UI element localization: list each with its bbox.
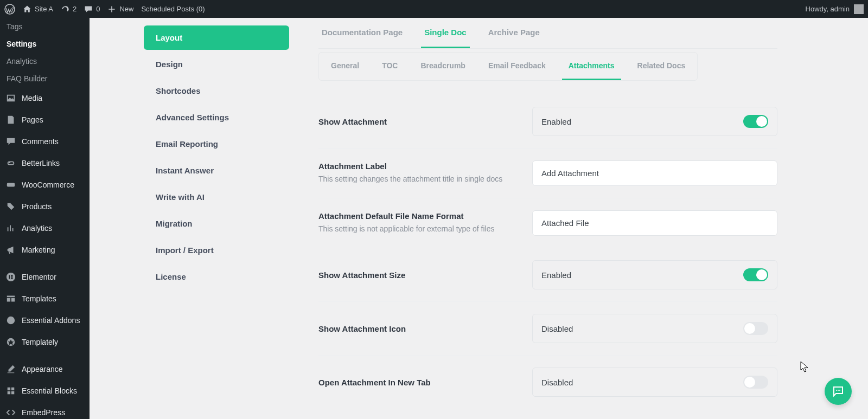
- updates-count: 2: [73, 5, 76, 13]
- wp-menu-item[interactable]: Essential Blocks: [0, 380, 90, 402]
- doc-type-tab[interactable]: Documentation Page: [318, 28, 406, 48]
- single-doc-subtab[interactable]: Email Feedback: [482, 53, 552, 80]
- wp-menu-item[interactable]: Comments: [0, 131, 90, 152]
- menu-icon: [5, 315, 16, 326]
- single-doc-subtab[interactable]: Breadcrumb: [414, 53, 471, 80]
- doc-type-tabs: Documentation PageSingle DocArchive Page: [318, 18, 777, 49]
- setting-label: Open Attachment In New Tab: [318, 378, 519, 387]
- toggle-container: Enabled: [532, 260, 777, 289]
- status-text: Disabled: [541, 324, 573, 333]
- menu-label: Media: [22, 94, 42, 102]
- wp-menu-item[interactable]: BetterLinks: [0, 152, 90, 174]
- show-size-toggle[interactable]: [743, 268, 768, 281]
- panel-nav-item[interactable]: Layout: [144, 25, 289, 50]
- svg-rect-7: [11, 391, 14, 394]
- menu-label: Templately: [22, 338, 58, 346]
- wp-menu-item[interactable]: Templately: [0, 331, 90, 353]
- comment-icon: [84, 5, 93, 14]
- single-doc-subtab[interactable]: TOC: [375, 53, 404, 80]
- new-tab-toggle[interactable]: [743, 376, 768, 389]
- menu-label: Analytics: [22, 224, 52, 233]
- status-text: Disabled: [541, 378, 573, 387]
- menu-label: Comments: [22, 137, 59, 146]
- single-doc-subtab[interactable]: General: [324, 53, 366, 80]
- howdy-menu[interactable]: Howdy, admin: [806, 5, 850, 13]
- chat-fab[interactable]: [825, 378, 852, 405]
- panel-nav-item[interactable]: Design: [144, 52, 289, 76]
- menu-label: WooCommerce: [22, 181, 74, 189]
- single-doc-subtabs: GeneralTOCBreadcrumbEmail FeedbackAttach…: [318, 52, 698, 81]
- new-menu[interactable]: New: [107, 5, 133, 14]
- attachment-label-input[interactable]: [532, 160, 777, 186]
- show-icon-toggle[interactable]: [743, 322, 768, 335]
- setting-show-attachment: Show Attachment Enabled: [318, 95, 777, 149]
- wp-logo-icon[interactable]: [4, 4, 15, 15]
- setting-label: Show Attachment: [318, 117, 519, 126]
- setting-label: Show Attachment Icon: [318, 324, 519, 333]
- updates-menu[interactable]: 2: [61, 5, 76, 14]
- setting-desc: This setting changes the attachment titl…: [318, 174, 519, 185]
- panel-nav-item[interactable]: License: [144, 265, 289, 289]
- svg-point-10: [836, 390, 837, 391]
- menu-icon: [5, 364, 16, 375]
- site-menu[interactable]: Site A: [23, 5, 53, 14]
- wp-menu-item[interactable]: Elementor: [0, 266, 90, 288]
- wp-menu-item[interactable]: Media: [0, 87, 90, 109]
- single-doc-subtab[interactable]: Attachments: [562, 53, 621, 80]
- menu-icon: [5, 293, 16, 304]
- menu-label: Marketing: [22, 246, 55, 254]
- wp-submenu-item[interactable]: Tags: [0, 18, 90, 35]
- comments-menu[interactable]: 0: [84, 5, 100, 14]
- menu-label: BetterLinks: [22, 159, 60, 167]
- comments-count: 0: [96, 5, 100, 13]
- menu-icon: [5, 136, 16, 147]
- default-filename-input[interactable]: [532, 210, 777, 236]
- attachments-settings: Show Attachment Enabled Attachment Label…: [318, 95, 777, 409]
- setting-show-size: Show Attachment Size Enabled: [318, 248, 777, 302]
- wp-submenu-item[interactable]: Analytics: [0, 53, 90, 70]
- wp-menu-item[interactable]: Appearance: [0, 358, 90, 380]
- settings-panel-main: Documentation PageSingle DocArchive Page…: [289, 18, 777, 419]
- menu-icon: [5, 337, 16, 347]
- panel-nav-item[interactable]: Advanced Settings: [144, 105, 289, 130]
- wp-menu-item[interactable]: Products: [0, 196, 90, 217]
- panel-nav-item[interactable]: Migration: [144, 211, 289, 236]
- svg-rect-4: [8, 388, 10, 390]
- wp-menu-item[interactable]: Pages: [0, 109, 90, 131]
- wp-submenu-item[interactable]: Settings: [0, 35, 90, 53]
- setting-label: Attachment Default File Name Format: [318, 211, 519, 221]
- status-text: Enabled: [541, 117, 571, 126]
- panel-nav-item[interactable]: Shortcodes: [144, 79, 289, 103]
- chat-icon: [832, 385, 845, 398]
- doc-type-tab[interactable]: Archive Page: [485, 28, 543, 48]
- wp-menu-item[interactable]: EmbedPress: [0, 402, 90, 419]
- wp-menu-item[interactable]: Analytics: [0, 217, 90, 239]
- menu-icon: [5, 158, 16, 169]
- show-attachment-toggle[interactable]: [743, 115, 768, 128]
- avatar[interactable]: [854, 4, 864, 14]
- wp-menu-item[interactable]: Templates: [0, 288, 90, 310]
- menu-icon: [5, 244, 16, 255]
- adminbar-right: Howdy, admin: [806, 4, 864, 14]
- single-doc-subtab[interactable]: Related Docs: [631, 53, 692, 80]
- svg-rect-1: [7, 183, 15, 186]
- panel-nav-item[interactable]: Instant Answer: [144, 158, 289, 183]
- panel-nav-item[interactable]: Email Reporting: [144, 132, 289, 156]
- scheduled-posts-menu[interactable]: Scheduled Posts (0): [141, 5, 205, 13]
- menu-icon: [5, 179, 16, 190]
- menu-icon: [5, 385, 16, 396]
- menu-icon: [5, 223, 16, 234]
- wp-menu-item[interactable]: WooCommerce: [0, 174, 90, 196]
- doc-type-tab[interactable]: Single Doc: [421, 28, 470, 48]
- setting-new-tab: Open Attachment In New Tab Disabled: [318, 356, 777, 409]
- wp-submenu-item[interactable]: FAQ Builder: [0, 70, 90, 87]
- panel-nav-item[interactable]: Import / Export: [144, 238, 289, 262]
- menu-icon: [5, 93, 16, 104]
- setting-desc: This setting is not applicable for exter…: [318, 224, 519, 235]
- wp-adminbar: Site A 2 0 New Scheduled Posts (0) Howdy…: [0, 0, 868, 18]
- wp-menu-item[interactable]: Essential Addons: [0, 310, 90, 331]
- panel-nav-item[interactable]: Write with AI: [144, 185, 289, 209]
- wp-menu-item[interactable]: Marketing: [0, 239, 90, 261]
- toggle-container: Disabled: [532, 368, 777, 397]
- toggle-container: Enabled: [532, 107, 777, 136]
